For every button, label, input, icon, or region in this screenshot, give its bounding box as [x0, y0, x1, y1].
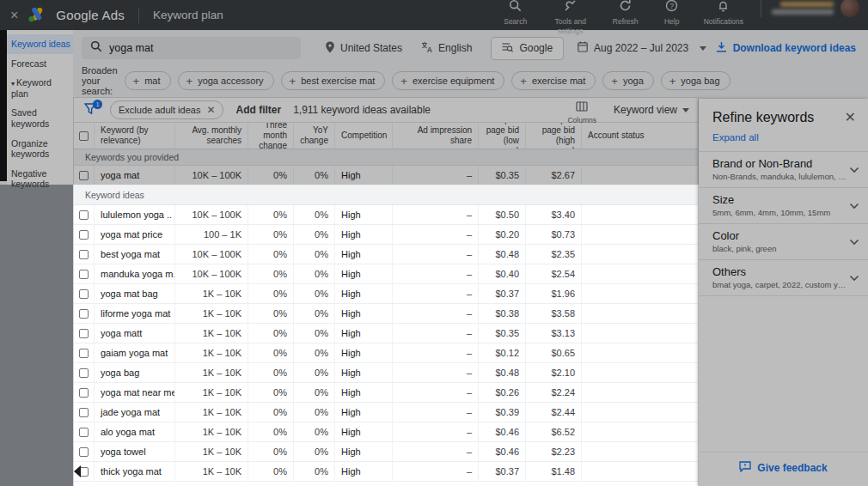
row-checkbox[interactable] — [74, 166, 95, 185]
sidebar-item[interactable]: ▾Forecast — [7, 54, 73, 74]
avatar[interactable] — [840, 0, 859, 17]
table-row: thick yoga mat 1K – 10K 0% 0% High – $0.… — [74, 462, 698, 482]
remove-filter-icon[interactable]: ✕ — [206, 104, 215, 116]
cell-bid-low: $0.37 — [479, 462, 526, 481]
columns-button[interactable]: Columns — [567, 96, 596, 125]
cell-keyword[interactable]: manduka yoga m.. — [95, 264, 175, 283]
language-setting[interactable]: A English — [421, 41, 472, 55]
sidebar-item[interactable]: ▾Saved keywords — [7, 103, 73, 133]
header-competition[interactable]: Competition — [335, 123, 393, 149]
plus-icon: + — [290, 76, 296, 87]
header-avg-searches[interactable]: Avg. monthly searches — [175, 123, 248, 149]
cell-competition: High — [335, 304, 393, 323]
broaden-chip[interactable]: + yoga bag — [661, 71, 730, 90]
cell-ad-impression-share: – — [393, 363, 479, 382]
keyword-view-select[interactable]: Keyword view — [614, 104, 689, 116]
give-feedback-button[interactable]: Give feedback — [699, 452, 868, 486]
broaden-chip[interactable]: + exercise equipment — [392, 71, 504, 90]
header-three-month[interactable]: Three month change — [248, 123, 294, 149]
cell-account-status — [582, 284, 698, 303]
chevron-down-icon — [700, 46, 706, 51]
cell-competition: High — [335, 383, 393, 402]
account-divider — [761, 0, 761, 17]
cell-bid-low: $0.35 — [479, 166, 526, 185]
close-icon[interactable]: ✕ — [845, 111, 856, 125]
row-checkbox[interactable] — [74, 383, 95, 402]
refresh-button[interactable]: Refresh — [611, 0, 640, 27]
cell-bid-low: $0.26 — [479, 383, 526, 402]
search-button[interactable]: Search — [501, 0, 530, 27]
header-account-status[interactable]: Account status — [582, 123, 698, 149]
exclude-adult-ideas-chip[interactable]: Exclude adult ideas ✕ — [110, 100, 223, 119]
broaden-chip[interactable]: + mat — [125, 71, 171, 90]
refine-section[interactable]: Color black, pink, green — [699, 224, 868, 260]
cell-keyword[interactable]: alo yoga mat — [95, 422, 175, 441]
add-filter-button[interactable]: Add filter — [235, 104, 281, 116]
cell-keyword[interactable]: yoga mat price — [95, 225, 175, 244]
cell-keyword[interactable]: yoga towel — [95, 442, 175, 461]
row-checkbox[interactable] — [74, 343, 95, 362]
cell-avg-searches: 100 – 1K — [175, 225, 248, 244]
header-ad-impression-share[interactable]: Ad impression share — [393, 123, 479, 149]
row-checkbox[interactable] — [74, 442, 95, 461]
cell-keyword[interactable]: liforme yoga mat — [95, 304, 175, 323]
cell-bid-high: $1.48 — [526, 462, 582, 481]
tools-and-settings-button[interactable]: Tools and settings — [547, 0, 594, 35]
sidebar-item[interactable]: ▾Keyword plan — [7, 73, 73, 103]
download-keyword-ideas-button[interactable]: Download keyword ideas — [716, 41, 856, 55]
expand-all-link[interactable]: Expand all — [699, 127, 868, 151]
help-button[interactable]: ? Help — [657, 0, 687, 27]
cell-keyword[interactable]: yoga mat near me — [95, 383, 175, 402]
broaden-chip[interactable]: + best exercise mat — [281, 71, 386, 90]
cell-keyword[interactable]: jade yoga mat — [95, 403, 175, 422]
network-select[interactable]: Google — [491, 37, 564, 60]
header-keyword[interactable]: Keyword (by relevance) — [95, 123, 175, 149]
cell-keyword[interactable]: lululemon yoga .. — [95, 205, 175, 224]
broaden-chip[interactable]: + yoga accessory — [178, 71, 274, 90]
row-checkbox[interactable] — [74, 245, 95, 264]
plus-icon: + — [611, 76, 618, 87]
date-range-select[interactable]: Aug 2022 – Jul 2023 — [578, 41, 706, 55]
close-icon[interactable]: × — [10, 9, 18, 22]
broaden-label: Broaden your search: — [82, 65, 118, 96]
cell-bid-high: $2.54 — [526, 264, 582, 283]
notifications-button[interactable]: Notifications — [704, 0, 743, 27]
cell-keyword[interactable]: thick yoga mat — [95, 462, 175, 481]
cell-keyword[interactable]: yoga bag — [95, 363, 175, 382]
row-checkbox[interactable] — [74, 422, 95, 441]
header-bid-high[interactable]: Top of page bid (high range) — [526, 123, 582, 149]
cell-three-month: 0% — [248, 462, 294, 481]
cell-yoy: 0% — [294, 205, 335, 224]
header-bid-low[interactable]: Top of page bid (low range) — [479, 123, 526, 149]
broaden-chip[interactable]: + yoga — [602, 71, 653, 90]
header-yoy[interactable]: YoY change — [294, 123, 335, 149]
filter-funnel-icon[interactable]: 1 — [84, 103, 98, 117]
cell-keyword[interactable]: yoga matt — [95, 324, 175, 343]
scroll-left-arrow-icon[interactable] — [74, 465, 81, 477]
cell-keyword[interactable]: gaiam yoga mat — [95, 343, 175, 362]
row-checkbox[interactable] — [74, 284, 95, 303]
select-all-checkbox[interactable] — [74, 123, 95, 149]
refine-section[interactable]: Size 5mm, 6mm, 4mm, 10mm, 15mm — [699, 188, 868, 224]
row-checkbox[interactable] — [74, 264, 95, 283]
cell-keyword[interactable]: yoga mat — [95, 166, 175, 185]
sidebar-background — [0, 185, 73, 486]
row-checkbox[interactable] — [74, 324, 95, 343]
cell-keyword[interactable]: best yoga mat — [95, 245, 175, 264]
cell-keyword[interactable]: yoga mat bag — [95, 284, 175, 303]
row-checkbox[interactable] — [74, 363, 95, 382]
sidebar-item[interactable]: ▾Organize keywords — [7, 134, 73, 164]
row-checkbox[interactable] — [74, 225, 95, 244]
row-checkbox[interactable] — [74, 403, 95, 422]
account-area[interactable] — [761, 0, 859, 17]
keyword-search-input[interactable]: yoga mat — [82, 37, 301, 59]
location-setting[interactable]: United States — [325, 41, 402, 56]
refine-section[interactable]: Others bmat yoga, carpet, 2022, custom y… — [699, 260, 868, 296]
cell-bid-low: $0.48 — [479, 363, 526, 382]
row-checkbox[interactable] — [74, 205, 95, 224]
broaden-chip[interactable]: + exercise mat — [511, 71, 596, 90]
sidebar-item[interactable]: ▾Keyword ideas — [7, 34, 73, 54]
refine-section[interactable]: Brand or Non-Brand Non-Brands, manduka, … — [699, 152, 868, 188]
sidebar-item[interactable]: ▾Negative keywords — [7, 164, 73, 194]
row-checkbox[interactable] — [74, 304, 95, 323]
